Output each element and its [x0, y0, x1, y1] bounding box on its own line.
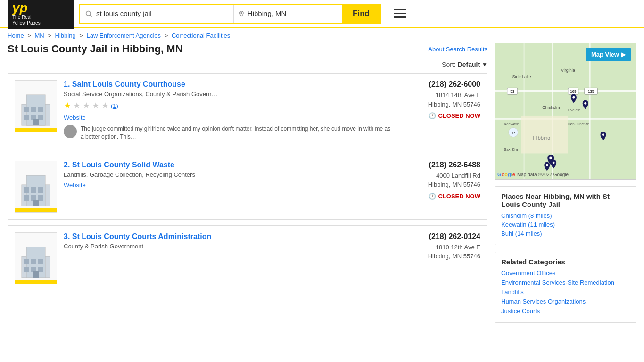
breadcrumb-home[interactable]: Home: [8, 32, 24, 39]
nearby-section: Places Near Hibbing, MN with St Louis Co…: [495, 186, 636, 245]
sort-row: Sort: Default ▼: [8, 61, 487, 68]
svg-point-57: [572, 96, 575, 99]
svg-rect-11: [33, 119, 39, 125]
review-count-1[interactable]: (1): [111, 102, 118, 109]
nearby-title: Places Near Hibbing, MN with St Louis Co…: [501, 192, 630, 208]
svg-rect-5: [24, 107, 29, 112]
svg-rect-17: [24, 195, 29, 201]
listing-card-1: 1. Saint Louis County Courthouse Social …: [8, 73, 487, 148]
svg-point-56: [546, 164, 548, 166]
search-bar: Find: [79, 4, 381, 24]
svg-text:135: 135: [588, 90, 594, 94]
page-title: St Louis County Jail in Hibbing, MN: [8, 43, 183, 55]
closed-text-1: CLOSED NOW: [438, 112, 480, 119]
svg-rect-16: [38, 187, 43, 193]
thumbnail-bar-2: [15, 208, 57, 212]
svg-text:169: 169: [570, 90, 577, 94]
listing-address-2: 4000 Landfill Rd Hibbing, MN 55746: [400, 171, 480, 189]
main-content: St Louis County Jail in Hibbing, MN Abou…: [0, 43, 644, 337]
listing-info-3: 3. St Louis County Courts Administration…: [64, 232, 394, 284]
nearby-keewatin[interactable]: Keewatin (11 miles): [501, 221, 630, 228]
svg-text:Hibbing: Hibbing: [533, 135, 550, 140]
building-icon-3: [19, 242, 52, 280]
google-logo: Google: [497, 172, 515, 177]
search-input[interactable]: [96, 9, 229, 17]
related-environmental[interactable]: Environmental Services-Site Remediation: [501, 279, 630, 286]
listing-phone-1[interactable]: (218) 262-6000: [400, 80, 480, 89]
svg-text:Iron Junction: Iron Junction: [568, 122, 589, 126]
listing-thumbnail-3: [15, 232, 57, 284]
thumbnail-bar-3: [15, 280, 57, 284]
map-credit-text: Map data ©2022 Google: [517, 172, 569, 177]
page-title-row: St Louis County Jail in Hibbing, MN Abou…: [8, 43, 487, 55]
star-1-5: ★: [101, 100, 109, 111]
breadcrumb-law-enforcement[interactable]: Law Enforcement Agencies: [87, 32, 161, 39]
closed-badge-1: 🕐 CLOSED NOW: [429, 112, 480, 119]
find-button[interactable]: Find: [342, 5, 380, 23]
svg-point-54: [549, 156, 552, 159]
listing-info-1: 1. Saint Louis County Courthouse Social …: [64, 80, 394, 141]
related-human-services[interactable]: Human Services Organizations: [501, 298, 630, 305]
breadcrumb-mn[interactable]: MN: [35, 32, 44, 39]
listing-title-1[interactable]: 1. Saint Louis County Courthouse: [64, 80, 394, 89]
closed-badge-2: 🕐 CLOSED NOW: [429, 193, 480, 200]
listing-thumbnail-1: [15, 80, 57, 132]
stars-row-1: ★ ★ ★ ★ ★ (1): [64, 100, 394, 111]
listing-card-3: 3. St Louis County Courts Administration…: [8, 225, 487, 291]
header: yp The Real Yellow Pages Find: [0, 0, 644, 28]
sort-label: Sort:: [442, 61, 456, 68]
svg-rect-14: [24, 187, 29, 193]
hamburger-menu[interactable]: [394, 9, 406, 18]
related-title: Related Categories: [501, 258, 630, 266]
breadcrumb-hibbing[interactable]: Hibbing: [55, 32, 76, 39]
listing-info-2: 2. St Louis County Solid Waste Landfills…: [64, 161, 394, 213]
logo-tagline: The Real Yellow Pages: [12, 15, 41, 26]
sidebar: 53 135 169 37 Side Lake Virginia Chishol…: [495, 43, 636, 329]
svg-point-58: [584, 102, 586, 105]
listing-phone-2[interactable]: (218) 262-6488: [400, 161, 480, 169]
nearby-chisholm[interactable]: Chisholm (8 miles): [501, 212, 630, 219]
map-background: 53 135 169 37 Side Lake Virginia Chishol…: [495, 43, 636, 179]
listing-address-1: 1814 14th Ave E Hibbing, MN 55746: [400, 90, 480, 109]
related-landfills[interactable]: Landfills: [501, 288, 630, 296]
svg-line-1: [90, 15, 92, 17]
building-icon-1: [19, 90, 52, 128]
logo[interactable]: yp The Real Yellow Pages: [8, 0, 74, 29]
review-snippet-1: The judge committed my girlfriend twice …: [64, 125, 394, 141]
sort-value[interactable]: Default: [458, 61, 480, 68]
listing-title-3[interactable]: 3. St Louis County Courts Administration: [64, 232, 394, 241]
listing-title-2[interactable]: 2. St Louis County Solid Waste: [64, 161, 394, 169]
star-1-3: ★: [83, 100, 90, 111]
search-input-wrap: [80, 5, 233, 23]
map-view-button[interactable]: Map View ▶: [586, 48, 631, 61]
listing-phone-3[interactable]: (218) 262-0124: [400, 232, 480, 241]
breadcrumb: Home > MN > Hibbing > Law Enforcement Ag…: [0, 28, 644, 43]
svg-rect-24: [31, 259, 36, 264]
listing-contact-2: (218) 262-6488 4000 Landfill Rd Hibbing,…: [400, 161, 480, 213]
svg-rect-20: [33, 200, 39, 206]
map-container: 53 135 169 37 Side Lake Virginia Chishol…: [495, 43, 636, 180]
svg-point-55: [553, 162, 555, 164]
svg-text:Side Lake: Side Lake: [512, 74, 531, 79]
related-government-offices[interactable]: Government Offices: [501, 270, 630, 277]
website-link-1[interactable]: Website: [64, 114, 86, 121]
svg-text:Eveleth: Eveleth: [568, 108, 580, 112]
sort-arrow-icon[interactable]: ▼: [482, 61, 487, 68]
about-search-results-link[interactable]: About Search Results: [428, 46, 487, 53]
breadcrumb-correctional[interactable]: Correctional Facilities: [172, 32, 230, 39]
svg-text:Sax-Zim: Sax-Zim: [504, 148, 518, 152]
svg-rect-7: [38, 107, 43, 112]
svg-rect-34: [589, 43, 591, 179]
listing-thumbnail-2: [15, 161, 57, 213]
location-wrap: [233, 5, 342, 23]
related-justice-courts[interactable]: Justice Courts: [501, 307, 630, 314]
nearby-buhl[interactable]: Buhl (14 miles): [501, 230, 630, 237]
svg-rect-25: [38, 259, 43, 264]
listing-address-3: 1810 12th Ave E Hibbing, MN 55746: [400, 243, 480, 261]
svg-rect-29: [33, 272, 39, 278]
location-input[interactable]: [248, 9, 338, 17]
website-link-2[interactable]: Website: [64, 181, 86, 189]
listing-card-2: 2. St Louis County Solid Waste Landfills…: [8, 154, 487, 220]
map-view-label: Map View: [591, 51, 619, 58]
svg-point-2: [241, 12, 242, 14]
